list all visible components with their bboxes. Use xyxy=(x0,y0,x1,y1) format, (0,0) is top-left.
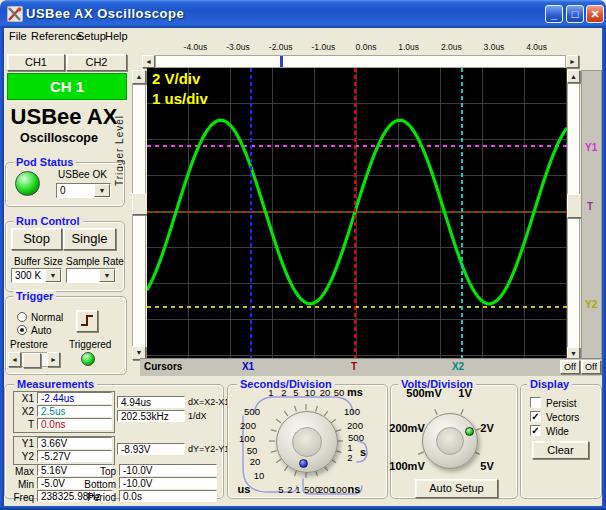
auto-setup-button[interactable]: Auto Setup xyxy=(415,479,498,498)
sample-rate-select[interactable]: ▼ xyxy=(66,268,116,283)
t-row-label: T xyxy=(14,419,34,430)
pod-select[interactable]: 0 ▼ xyxy=(56,183,111,198)
menu-file[interactable]: File xyxy=(6,30,30,42)
sec-dial-label: 100 xyxy=(344,406,360,417)
trigger-level-up-arrow-icon[interactable]: ▲ xyxy=(132,70,146,84)
volts-dial-label-500mv: 500mV xyxy=(406,387,441,399)
prestore-slider-thumb[interactable] xyxy=(23,353,41,368)
wide-label[interactable]: Wide xyxy=(546,426,569,437)
trigger-edge-button[interactable] xyxy=(76,310,98,332)
clear-button[interactable]: Clear xyxy=(532,441,589,459)
sec-dial-label: 200 xyxy=(347,420,363,431)
prestore-label: Prestore xyxy=(10,339,48,350)
y2-cursor-label[interactable]: Y2 xyxy=(585,299,597,310)
hscroll-right-arrow-icon[interactable]: ► xyxy=(566,55,579,68)
sec-dial-unit-ns: ns xyxy=(348,483,361,495)
x2-row-label: X2 xyxy=(14,406,34,417)
ruler-tick-label: -2.0us xyxy=(269,42,293,52)
trigger-auto-label[interactable]: Auto xyxy=(31,325,52,336)
sec-dial-label: 200 xyxy=(240,420,256,431)
buffer-size-label: Buffer Size xyxy=(14,256,63,267)
minimize-button[interactable]: _ xyxy=(545,5,563,23)
wide-checkbox[interactable]: ✓ xyxy=(530,425,541,436)
trigger-level-thumb[interactable] xyxy=(132,193,148,215)
volts-dial-label-5v: 5V xyxy=(480,460,493,472)
maximize-button[interactable]: □ xyxy=(566,5,584,23)
cursor-off-button-1[interactable]: Off xyxy=(560,360,580,374)
persist-label[interactable]: Persist xyxy=(546,398,577,409)
pod-status-led xyxy=(15,171,40,196)
title-bar[interactable]: USBee AX Oscilloscope _ □ ✕ xyxy=(0,0,606,28)
dx-label: dX=X2-X1 xyxy=(188,397,229,407)
pod-status-caption: Pod Status xyxy=(13,157,76,168)
vscroll-thumb[interactable] xyxy=(567,194,582,218)
vscroll-up-arrow-icon[interactable]: ▲ xyxy=(567,70,580,83)
buffer-size-select[interactable]: 300 K ▼ xyxy=(11,268,62,283)
t-bar-label[interactable]: T xyxy=(351,361,357,372)
x1-bar-label[interactable]: X1 xyxy=(242,361,254,372)
ruler-tick-label: -3.0us xyxy=(226,42,250,52)
scope-display[interactable]: 2 V/div 1 us/div xyxy=(147,68,567,358)
vectors-label[interactable]: Vectors xyxy=(546,412,579,423)
volts-per-div-readout: 2 V/div xyxy=(152,70,200,87)
sec-dial-unit-ms: ms xyxy=(347,386,363,398)
sample-rate-label: Sample Rate xyxy=(66,256,124,267)
hscroll-left-arrow-icon[interactable]: ◄ xyxy=(142,55,155,68)
logo-title: USBee AX xyxy=(0,104,128,130)
vectors-checkbox[interactable]: ✓ xyxy=(530,411,541,422)
ruler-tick-label: -4.0us xyxy=(184,42,208,52)
volts-dial-label-200mv: 200mV xyxy=(389,422,424,434)
single-button[interactable]: Single xyxy=(63,228,116,250)
sec-dial-label: 50 xyxy=(247,445,258,456)
inv-dx-label: 1/dX xyxy=(188,411,207,421)
sample-rate-dropdown-icon[interactable]: ▼ xyxy=(99,269,115,282)
close-button[interactable]: ✕ xyxy=(586,5,604,23)
ch1-button[interactable]: CH1 xyxy=(7,54,65,71)
min-label: Min xyxy=(8,479,34,490)
t-cursor-label[interactable]: T xyxy=(587,201,593,212)
sec-dial-label: 100 xyxy=(239,433,255,444)
y1-value: 3.66V xyxy=(37,437,112,449)
buffer-size-dropdown-icon[interactable]: ▼ xyxy=(45,269,61,282)
sec-dial-label: 5 xyxy=(278,484,283,495)
hscroll-trigger-marker[interactable] xyxy=(280,56,283,67)
menu-help[interactable]: Help xyxy=(102,30,131,42)
x2-bar-label[interactable]: X2 xyxy=(452,361,464,372)
trigger-normal-radio[interactable] xyxy=(17,312,27,322)
x1-row-label: X1 xyxy=(14,393,34,404)
cursor-x1-line[interactable] xyxy=(250,68,252,358)
cursor-x2-line[interactable] xyxy=(461,68,463,358)
seconds-knob-cap xyxy=(292,427,322,457)
window-title: USBee AX Oscilloscope xyxy=(26,6,184,21)
cursors-label: Cursors xyxy=(144,361,182,372)
pod-select-value: 0 xyxy=(60,185,66,196)
sec-dial-label: 100 xyxy=(331,484,347,495)
stop-button[interactable]: Stop xyxy=(11,228,62,250)
pod-select-dropdown-icon[interactable]: ▼ xyxy=(94,184,110,197)
cursor-t-line[interactable] xyxy=(354,68,356,358)
sec-dial-label: 10 xyxy=(254,470,265,481)
active-channel-banner[interactable]: CH 1 xyxy=(7,73,127,100)
run-control-caption: Run Control xyxy=(13,216,83,227)
cursor-off-button-2[interactable]: Off xyxy=(581,360,601,374)
time-ruler: -4.0us-3.0us-2.0us-1.0us0.0ns1.0us2.0us3… xyxy=(147,42,567,54)
trigger-auto-radio[interactable] xyxy=(17,325,27,335)
period-label: Period xyxy=(80,492,116,503)
hscroll-track[interactable] xyxy=(155,55,566,68)
sec-dial-label: 500 xyxy=(244,406,260,417)
t-value: 0.0ns xyxy=(37,418,112,430)
sec-dial-label: 2 xyxy=(281,387,286,398)
ruler-tick-label: 1.0us xyxy=(398,42,419,52)
ruler-tick-label: 2.0us xyxy=(441,42,462,52)
trigger-normal-label[interactable]: Normal xyxy=(31,312,63,323)
trigger-level-track[interactable] xyxy=(132,70,146,360)
prestore-slider-right-arrow-icon[interactable]: ► xyxy=(47,352,60,367)
prestore-slider-left-arrow-icon[interactable]: ◄ xyxy=(8,352,21,367)
volts-knob-indicator-dot xyxy=(465,427,474,436)
top-label: Top xyxy=(80,466,116,477)
ch2-button[interactable]: CH2 xyxy=(66,54,127,71)
dx-value: 4.94us xyxy=(117,396,185,408)
persist-checkbox[interactable] xyxy=(530,397,541,408)
triggered-label: Triggered xyxy=(69,339,111,350)
y1-cursor-label[interactable]: Y1 xyxy=(585,142,597,153)
